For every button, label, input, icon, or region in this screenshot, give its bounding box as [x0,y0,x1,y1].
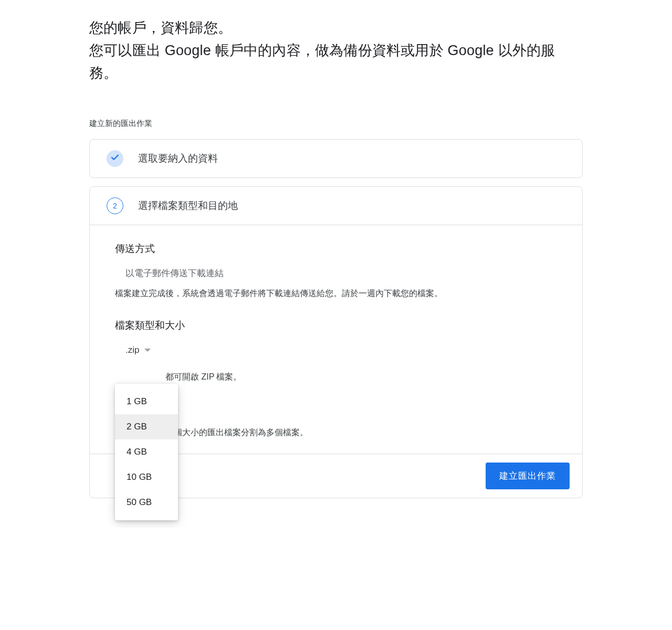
step1-title: 選取要納入的資料 [138,152,218,165]
size-option-50gb[interactable]: 50 GB [115,490,178,515]
size-hint: 系統會將超過這個大小的匯出檔案分割為多個檔案。 [115,426,557,439]
step2-card: 2 選擇檔案類型和目的地 傳送方式 以電子郵件傳送下載連結 檔案建立完成後，系統… [89,186,583,499]
step2-number: 2 [113,202,117,210]
chevron-down-icon [144,349,151,352]
delivery-hint: 檔案建立完成後，系統會透過電子郵件將下載連結傳送給您。請於一週內下載您的檔案。 [115,287,557,300]
step2-badge: 2 [107,197,123,214]
step2-header[interactable]: 2 選擇檔案類型和目的地 [90,187,582,225]
intro-text: 您的帳戶，資料歸您。 您可以匯出 Google 帳戶中的內容，做為備份資料或用於… [89,17,583,85]
step1-badge [107,150,123,167]
delivery-heading: 傳送方式 [115,242,557,256]
size-option-10gb[interactable]: 10 GB [115,465,178,490]
filetype-heading: 檔案類型和大小 [115,319,557,332]
filetype-dropdown[interactable]: .zip [115,342,155,359]
check-icon [110,153,120,164]
size-option-1gb[interactable]: 1 GB [115,389,178,414]
size-option-4gb[interactable]: 4 GB [115,439,178,465]
size-dropdown-menu: 1 GB 2 GB 4 GB 10 GB 50 GB [115,384,178,520]
step1-header[interactable]: 選取要納入的資料 [90,140,582,177]
filetype-value: .zip [125,345,139,355]
new-export-label: 建立新的匯出作業 [89,119,583,129]
intro-line-1: 您的帳戶，資料歸您。 [89,17,583,39]
step2-title: 選擇檔案類型和目的地 [138,199,238,213]
size-option-2gb[interactable]: 2 GB [115,414,178,439]
step2-body: 傳送方式 以電子郵件傳送下載連結 檔案建立完成後，系統會透過電子郵件將下載連結傳… [90,225,582,439]
filetype-hint: 絕大多數電腦都可開啟 ZIP 檔案。 [115,370,557,384]
intro-line-2: 您可以匯出 Google 帳戶中的內容，做為備份資料或用於 Google 以外的… [89,39,583,85]
delivery-selected-option[interactable]: 以電子郵件傳送下載連結 [115,267,557,279]
step1-card[interactable]: 選取要納入的資料 [89,139,583,178]
create-export-button[interactable]: 建立匯出作業 [486,463,570,489]
